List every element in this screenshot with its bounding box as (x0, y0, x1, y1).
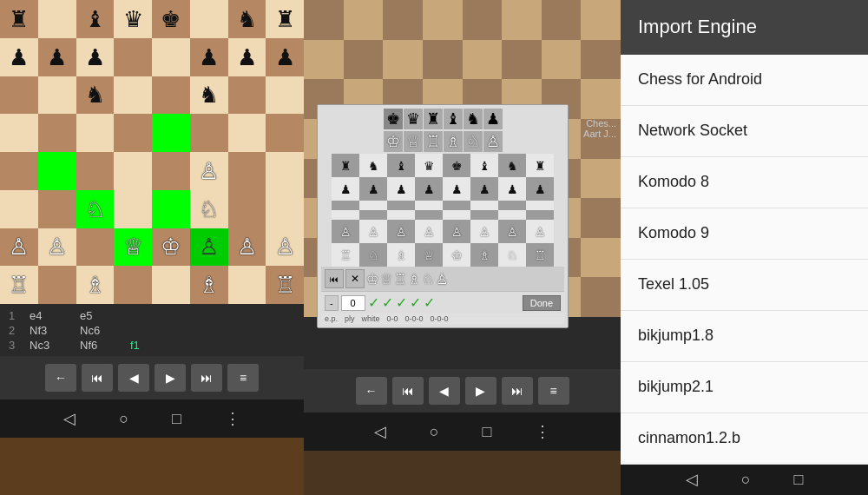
cell-b8 (38, 0, 76, 38)
android-back-left[interactable]: ◁ (63, 409, 76, 428)
android-square-mid[interactable]: □ (483, 423, 492, 441)
cell-d3 (114, 190, 152, 228)
android-back-mid[interactable]: ◁ (374, 422, 386, 441)
nav-last-btn[interactable]: ⏭ (191, 364, 222, 392)
cell-a2: ♙ (0, 228, 38, 267)
cell-f3: ♘ (190, 190, 228, 228)
android-home-left[interactable]: ○ (119, 410, 128, 428)
android-square-left[interactable]: □ (172, 410, 181, 428)
menu-item-texel[interactable]: Texel 1.05 (621, 260, 868, 311)
cell-b4 (38, 152, 76, 190)
cell-c1: ♗ (76, 266, 115, 304)
nav-prev-btn[interactable]: ◀ (118, 364, 149, 392)
cell-e2: ♔ (152, 228, 190, 267)
white-piece-selector: ♔ ♕ ♖ ♗ ♘ ♙ (321, 131, 564, 152)
dialog-board-area: ♚ ♛ ♜ ♝ ♞ ♟ ♔ ♕ ♖ ♗ ♘ ♙ (318, 105, 568, 327)
cell-b6 (38, 76, 76, 115)
cell-b3 (38, 190, 76, 228)
cell-b1 (38, 266, 76, 304)
piece-wK: ♔ (384, 131, 403, 152)
nav-last-mid[interactable]: ⏭ (502, 377, 533, 405)
move-white-2: Nf3 (30, 324, 73, 337)
cell-f1: ♗ (190, 266, 228, 304)
nav-next-btn[interactable]: ▶ (155, 364, 186, 392)
piece-bN: ♞ (464, 109, 483, 129)
nav-back-btn[interactable]: ← (45, 364, 76, 392)
android-dots-mid[interactable]: ⋮ (535, 422, 550, 441)
dialog-done-btn[interactable]: Done (523, 295, 561, 311)
menu-item-bikjump18[interactable]: bikjump1.8 (621, 311, 868, 362)
menu-item-komodo9[interactable]: Komodo 9 (621, 208, 868, 260)
cell-b7: ♟ (38, 38, 76, 76)
cell-f6: ♞ (190, 76, 228, 115)
piece-selector: ♚ ♛ ♜ ♝ ♞ ♟ (321, 109, 564, 129)
cell-f4: ♙ (190, 152, 228, 190)
dialog-number: 0 (341, 295, 365, 311)
android-bar-right: ◁ ○ □ (621, 465, 868, 495)
dialog-minus-btn[interactable]: - (325, 295, 339, 311)
dialog-first-btn[interactable]: ⏮ (325, 269, 344, 288)
cell-a7: ♟ (0, 38, 38, 76)
cell-f2: ♙ (190, 228, 228, 267)
cell-e1 (152, 266, 190, 304)
label-ply: ply (345, 314, 355, 323)
android-back-right[interactable]: ◁ (686, 470, 698, 489)
mid-board-container: Ches... Aart J... ♚ ♛ ♜ ♝ ♞ ♟ ♔ ♕ ♖ (304, 0, 621, 317)
menu-item-network-socket[interactable]: Network Socket (621, 106, 868, 157)
nav-menu-btn[interactable]: ≡ (227, 364, 259, 392)
label-ooo: 0-0-0 (405, 314, 424, 323)
cell-a5 (0, 114, 38, 152)
move-black-1: e5 (80, 309, 123, 322)
cell-g1 (228, 266, 266, 304)
cell-d2: ♕ (114, 228, 152, 267)
cell-e4 (152, 152, 190, 190)
android-square-right[interactable]: □ (794, 471, 804, 489)
nav-prev-mid[interactable]: ◀ (429, 377, 460, 405)
piece-btn-bK[interactable]: ♚ (384, 109, 403, 129)
menu-item-label-network-socket: Network Socket (638, 122, 747, 140)
cell-g2: ♙ (228, 228, 266, 267)
dialog-close-btn[interactable]: ✕ (345, 269, 365, 288)
cell-g7: ♟ (228, 38, 266, 76)
piece-wN: ♘ (464, 131, 483, 152)
nav-first-mid[interactable]: ⏮ (392, 377, 424, 405)
cell-h4 (266, 152, 304, 190)
cell-c4 (76, 152, 115, 190)
piece-bQ: ♛ (404, 109, 423, 129)
menu-item-label-bikjump21: bikjump2.1 (638, 378, 713, 396)
menu-item-chess-android[interactable]: Chess for Android (621, 55, 868, 106)
cell-e5 (152, 114, 190, 152)
credit-text: Ches... Aart J... (583, 118, 616, 139)
android-home-right[interactable]: ○ (741, 471, 751, 489)
cell-b5 (38, 114, 76, 152)
menu-item-label-komodo9: Komodo 9 (638, 224, 709, 242)
move-num-2: 2 (9, 324, 23, 337)
cell-d7 (114, 38, 152, 76)
piece-wB: ♗ (444, 131, 463, 152)
nav-back-mid[interactable]: ← (356, 377, 387, 405)
check-4: ✓ (410, 294, 421, 311)
nav-first-btn[interactable]: ⏮ (82, 364, 113, 392)
nav-menu-mid[interactable]: ≡ (538, 377, 569, 405)
cell-h2: ♙ (266, 228, 304, 267)
menu-item-bikjump21[interactable]: bikjump2.1 (621, 362, 868, 413)
piece-bB: ♝ (444, 109, 463, 129)
piece-wQ: ♕ (404, 131, 423, 152)
nav-next-mid[interactable]: ▶ (465, 377, 496, 405)
dialog-mini-board: ♜ ♞ ♝ ♛ ♚ ♝ ♞ ♜ ♟ ♟ ♟ ♟ ♟ ♟ ♟ ♟ (332, 154, 554, 267)
left-chess-board: ♜ ♝ ♛ ♚ ♞ ♜ ♟ ♟ ♟ ♟ ♟ ♟ ♞ ♞ (0, 0, 304, 304)
label-oo: 0-0 (387, 314, 398, 323)
move-num-1: 1 (9, 309, 23, 322)
menu-item-komodo8[interactable]: Komodo 8 (621, 157, 868, 208)
android-dots-left[interactable]: ⋮ (225, 409, 240, 428)
android-home-mid[interactable]: ○ (430, 423, 439, 441)
cell-h1: ♖ (266, 266, 304, 304)
cell-a6 (0, 76, 38, 115)
cell-e6 (152, 76, 190, 115)
move-row-2: 2 Nf3 Nc6 (9, 324, 295, 337)
move-white-1: e4 (30, 309, 73, 322)
cell-h6 (266, 76, 304, 115)
move-row-1: 1 e4 e5 (9, 309, 295, 322)
menu-item-cinnamon[interactable]: cinnamon1.2.b (621, 413, 868, 465)
dialog-wK-piece: ♔ (366, 271, 378, 287)
